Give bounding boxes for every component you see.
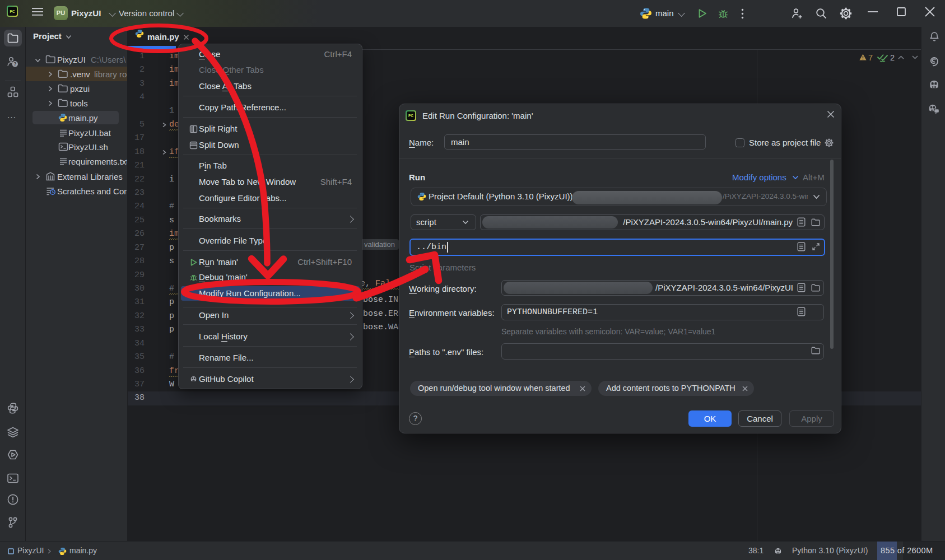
svg-text:?: ? (13, 61, 16, 67)
